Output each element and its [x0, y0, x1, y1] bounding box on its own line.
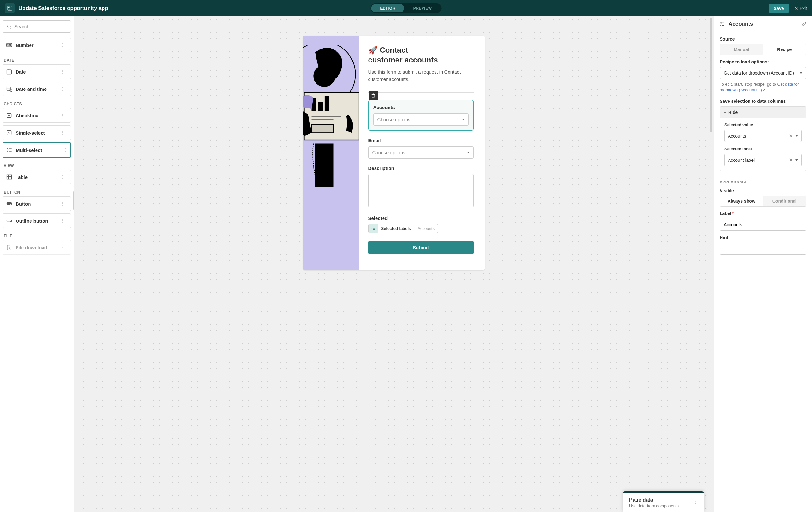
- field-description[interactable]: Description: [368, 165, 474, 208]
- drag-handle-icon: ⋮⋮: [60, 175, 68, 180]
- selected-value-input[interactable]: Accounts ✕: [724, 130, 802, 142]
- component-single-select[interactable]: Single-select ⋮⋮: [3, 125, 71, 140]
- search-input[interactable]: [14, 24, 74, 29]
- person-illustration: [303, 45, 359, 191]
- divider: [792, 5, 792, 11]
- hide-label: Hide: [728, 110, 738, 115]
- visible-conditional[interactable]: Conditional: [763, 196, 806, 206]
- drag-handle-icon: ⋮⋮: [60, 245, 68, 250]
- component-datetime[interactable]: Date and time ⋮⋮: [3, 82, 71, 96]
- source-manual[interactable]: Manual: [720, 44, 763, 55]
- component-label: File download: [16, 245, 57, 250]
- search-box[interactable]: [3, 20, 71, 33]
- svg-rect-39: [315, 144, 334, 187]
- component-label: Checkbox: [16, 113, 57, 118]
- tab-preview[interactable]: PREVIEW: [404, 4, 441, 12]
- accounts-select[interactable]: Choose options: [373, 113, 468, 126]
- page-data-popup[interactable]: Page data Use data from components: [623, 491, 704, 512]
- component-date[interactable]: Date ⋮⋮: [3, 64, 71, 79]
- canvas-scrollbar[interactable]: [710, 18, 712, 132]
- clear-icon[interactable]: ✕: [789, 133, 793, 139]
- label-label: Label*: [720, 211, 806, 216]
- save-columns-label: Save selection to data columns: [720, 99, 806, 104]
- pill-row[interactable]: Selected labels Accounts: [368, 224, 438, 233]
- multi-select-icon: [371, 226, 376, 231]
- drag-handle-icon: ⋮⋮: [60, 69, 68, 74]
- svg-rect-1: [8, 7, 10, 8]
- selected-label-input[interactable]: Account label ✕: [724, 154, 802, 166]
- search-icon: [7, 24, 12, 29]
- category-date: DATE: [3, 55, 71, 64]
- svg-rect-28: [7, 203, 12, 205]
- drag-handle-icon: ⋮⋮: [60, 148, 67, 153]
- label-text: Label: [720, 211, 731, 216]
- component-outline-button[interactable]: Outline button ⋮⋮: [3, 213, 71, 228]
- label-input[interactable]: [720, 218, 806, 231]
- category-choices: CHOICES: [3, 99, 71, 108]
- description-textarea[interactable]: [368, 174, 474, 207]
- component-number[interactable]: 123 Number ⋮⋮: [3, 38, 71, 52]
- recipe-select[interactable]: Get data for dropdown (Account ID): [720, 67, 806, 79]
- field-accounts[interactable]: Accounts Choose options: [368, 100, 474, 131]
- source-recipe[interactable]: Recipe: [763, 44, 806, 55]
- app-icon: [5, 3, 14, 13]
- source-section: Source Manual Recipe: [714, 32, 812, 59]
- outline-button-icon: [6, 218, 12, 224]
- component-multi-select[interactable]: Multi-select ⋮⋮: [3, 143, 71, 158]
- save-button[interactable]: Save: [768, 4, 789, 13]
- component-file-download[interactable]: File download ⋮⋮: [3, 240, 71, 255]
- exit-button[interactable]: ✕ Exit: [794, 6, 807, 11]
- form-card: 🚀 Contact customer accounts Use this for…: [303, 35, 485, 270]
- form-title: 🚀 Contact customer accounts: [368, 45, 474, 65]
- selected-label-value: Account label: [728, 158, 786, 163]
- submit-button[interactable]: Submit: [368, 241, 474, 254]
- placeholder: Choose options: [372, 150, 405, 155]
- panel-title: Accounts: [728, 21, 799, 27]
- clear-icon[interactable]: ✕: [789, 157, 793, 163]
- exit-label: Exit: [800, 6, 807, 11]
- email-select[interactable]: Choose options: [368, 146, 474, 159]
- drag-handle-icon: ⋮⋮: [60, 218, 68, 223]
- hint-prefix: To edit, start, stop recipe, go to: [720, 82, 777, 87]
- drag-handle-icon: ⋮⋮: [60, 113, 68, 118]
- pencil-icon[interactable]: [802, 22, 806, 26]
- component-table[interactable]: Table ⋮⋮: [3, 170, 71, 184]
- hide-body: Selected value Accounts ✕ Selected label…: [720, 118, 806, 171]
- category-view: VIEW: [3, 160, 71, 170]
- properties-panel: Accounts Source Manual Recipe Recipe to …: [714, 17, 812, 512]
- hide-toggle[interactable]: Hide: [720, 107, 806, 118]
- category-button: BUTTON: [3, 187, 71, 197]
- expand-icon[interactable]: [693, 500, 698, 506]
- svg-rect-24: [7, 175, 12, 179]
- label-section: Label*: [714, 211, 812, 235]
- drag-handle-icon: ⋮⋮: [60, 86, 68, 91]
- delete-button[interactable]: [369, 91, 378, 100]
- component-button[interactable]: Button ⋮⋮: [3, 197, 71, 211]
- placeholder: Choose options: [377, 117, 410, 122]
- divider: [368, 92, 474, 93]
- field-email[interactable]: Email Choose options: [368, 138, 474, 159]
- button-icon: [6, 201, 12, 207]
- hint-input[interactable]: [720, 243, 806, 255]
- component-label: Single-select: [16, 130, 57, 135]
- chevron-down-icon: [800, 72, 802, 74]
- drag-handle-icon: ⋮⋮: [60, 130, 68, 135]
- chevron-down-icon: [467, 152, 469, 153]
- calendar-icon: [6, 68, 12, 75]
- recipe-value: Get data for dropdown (Account ID): [724, 70, 794, 76]
- selected-value-label: Selected value: [724, 122, 802, 127]
- selected-label-label: Selected label: [724, 147, 802, 151]
- tab-editor[interactable]: EDITOR: [371, 4, 404, 12]
- mode-switcher: EDITOR PREVIEW: [371, 3, 441, 13]
- svg-rect-10: [7, 70, 12, 74]
- component-checkbox[interactable]: Checkbox ⋮⋮: [3, 108, 71, 123]
- component-label: Table: [16, 175, 57, 180]
- canvas[interactable]: 🚀 Contact customer accounts Use this for…: [74, 17, 714, 512]
- category-file: FILE: [3, 231, 71, 240]
- svg-rect-38: [311, 125, 333, 132]
- visible-always[interactable]: Always show: [720, 196, 763, 206]
- pill-secondary: Accounts: [414, 224, 437, 233]
- checkbox-icon: [6, 112, 12, 119]
- recipe-hint: To edit, start, stop recipe, go to Get d…: [720, 82, 806, 93]
- accounts-label: Accounts: [373, 105, 468, 110]
